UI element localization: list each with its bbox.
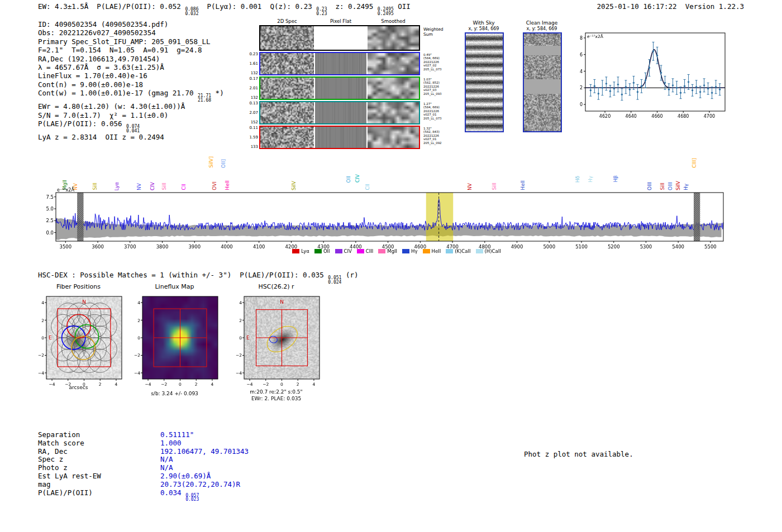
legend-item: Hγ: [402, 248, 417, 254]
cutout-row-weights: 0.111.59133: [249, 126, 258, 149]
cutout-row-note: 0.49"(584, 669)20221226v027_02205_LL_073: [423, 53, 446, 71]
line-label-OII: OII: [346, 176, 351, 183]
text-segment: HSC-DEX : Possible Matches = 1 (within +…: [38, 271, 328, 279]
cutout-row-weights: 0.132.07152: [249, 101, 258, 124]
line-label-CIII: CIII]: [692, 158, 697, 168]
match-table-row: Photo zN/A: [38, 464, 249, 472]
cutout-row-note: 1.27"(584, 669)20221226v027_01205_LL_073: [423, 102, 446, 120]
uncertainty-fraction: 21.7121.68: [198, 94, 211, 102]
match-label: Spec z: [38, 456, 160, 464]
match-table-row: mag20.73(20.72,20.74)R: [38, 481, 249, 489]
legend-item: Lyα: [292, 248, 309, 254]
line-label-H: Hγ: [588, 176, 593, 183]
text-segment: 1.000: [160, 439, 182, 447]
legend-item: (H)CaII: [476, 248, 501, 254]
legend-label: Lyα: [301, 248, 309, 254]
fiber-xlabel: arcsecs: [32, 385, 125, 390]
pixel-flat-image: [315, 78, 366, 99]
smoothed-image: [368, 26, 419, 50]
lineflux-map-title: Lineflux Map: [128, 283, 221, 290]
legend-label: (H)CaII: [485, 248, 501, 254]
spectrum-legend: LyαOIICIVCIIIMgIIHγHeII(K)CaII(H)CaII: [212, 248, 581, 254]
legend-swatch: [423, 249, 430, 253]
text-segment: F=2.1" T=0.154 N=1.05 A=0.91 g=24.8: [38, 46, 202, 54]
uncertainty-fraction: 0.0860.032: [185, 7, 198, 16]
clean-image: [523, 32, 562, 132]
info-line: F=2.1" T=0.154 N=1.05 A=0.91 g=24.8: [38, 46, 224, 54]
catalog-match-table: Separation0.51111"Match score1.000RA, De…: [38, 431, 249, 502]
spec2d-image: [260, 26, 314, 50]
smoothed-image: [368, 127, 419, 148]
zoom-spectrum-plot: [571, 30, 727, 121]
match-value: 0.51111": [160, 431, 194, 439]
text-segment: (r): [341, 271, 358, 279]
info-line: EWr = 4.80(±1.20) (w: 4.30(±1.00))Å: [38, 102, 224, 111]
text-segment: 0.034: [160, 488, 185, 497]
pixel-flat-image: [315, 102, 366, 123]
lineflux-caption: s/b: 3.24 +/- 0.093: [128, 391, 221, 396]
legend-label: HeII: [432, 248, 441, 254]
hsc-r-plot: [230, 293, 322, 389]
legend-item: HeII: [423, 248, 441, 254]
match-value: 20.73(20.72,20.74)R: [160, 481, 240, 489]
text-segment: λ = 4657.67Å σ = 3.63(±1.25)Å: [38, 63, 164, 71]
text-segment: OII: [394, 2, 411, 11]
uncertainty-fraction: 0.0570.023: [185, 493, 199, 502]
match-value: 2.90(±0.69)Å: [160, 472, 211, 481]
text-segment: *): [211, 89, 224, 97]
cutout-row-weights: 0.231.61132: [249, 52, 258, 75]
text-segment: 2.90(±0.69)Å: [160, 472, 211, 480]
pixel-flat-image: [315, 127, 366, 148]
clean-image-title: Clean Image: [516, 20, 568, 26]
photz-note: Phot z plot not available.: [524, 450, 633, 458]
legend-item: CIV: [335, 248, 352, 254]
info-line: ID: 4090502354 (4090502354.pdf): [38, 20, 224, 28]
text-segment: ID: 4090502354 (4090502354.pdf): [38, 20, 168, 28]
lineflux-map-plot: [128, 293, 221, 389]
info-line: Primary Spec_Slot_IFU_AMP: 205_091_058_L…: [38, 37, 224, 46]
text-segment: 20.73(20.72,20.74)R: [160, 480, 240, 488]
legend-item: (K)CaII: [446, 248, 470, 254]
info-line: Obs: 20221226v027_4090502354: [38, 28, 224, 37]
legend-swatch: [314, 249, 322, 253]
match-label: Match score: [38, 439, 160, 448]
match-label: Separation: [38, 431, 160, 439]
spec2d-image: [260, 127, 314, 148]
hsc-caption-1: m:20.7 re:2.2" s:0.5": [230, 389, 322, 395]
elixer-detection-report: EW: 4.3±1.5Å P(LAE)/P(OII): 0.052 0.0860…: [0, 0, 782, 532]
legend-item: CIII: [357, 248, 373, 254]
text-segment: EW: 4.3±1.5Å P(LAE)/P(OII): 0.052: [38, 2, 185, 11]
line-label-H: Hβ: [613, 175, 618, 183]
line-label-CIV: CIV: [355, 174, 360, 183]
legend-item: OII: [314, 248, 330, 254]
text-segment: N/A: [160, 463, 173, 472]
spec2d-image: [260, 102, 314, 123]
uncertainty-fraction: 0.0740.041: [126, 124, 140, 133]
legend-swatch: [292, 249, 299, 253]
pixel-flat-image: [315, 53, 366, 74]
legend-swatch: [476, 249, 483, 253]
cutout-row: [259, 25, 420, 51]
info-line: Cont(n) = 9.00(±0.00)e-18: [38, 80, 224, 89]
legend-swatch: [378, 249, 385, 253]
with-sky-title: With Sky: [458, 20, 509, 26]
weighted-sum-label: WeightedSum: [423, 27, 446, 37]
text-segment: EWr = 4.80(±1.20) (w: 4.30(±1.00))Å: [38, 102, 185, 111]
spec2d-image: [260, 53, 314, 74]
smoothed-image: [368, 78, 419, 99]
match-label: P(LAE)/P(OII): [38, 489, 160, 502]
text-segment: S/N = 7.0(±1.7) χ² = 1.1(±0.0): [38, 111, 168, 119]
match-value: 1.000: [160, 439, 182, 448]
line-label-SiIV: SiIV]: [208, 156, 214, 168]
match-value: 0.034 0.0570.023: [160, 489, 199, 502]
cutout-row-note: 1.32"(582, 843)20221226v027_01205_LL_092: [423, 127, 446, 145]
legend-label: CIV: [344, 248, 352, 254]
full-spectrum-plot: [34, 186, 738, 252]
legend-label: Hγ: [411, 248, 417, 254]
text-segment: z: 0.2495: [327, 2, 377, 11]
text-segment: P(LAE)/P(OII): 0.056: [38, 119, 126, 128]
uncertainty-fraction: 0.0510.024: [328, 276, 341, 284]
match-table-row: RA, Dec192.106477, 49.701343: [38, 448, 249, 456]
match-table-row: Separation0.51111": [38, 431, 249, 439]
match-label: Est LyA rest-EW: [38, 472, 160, 481]
